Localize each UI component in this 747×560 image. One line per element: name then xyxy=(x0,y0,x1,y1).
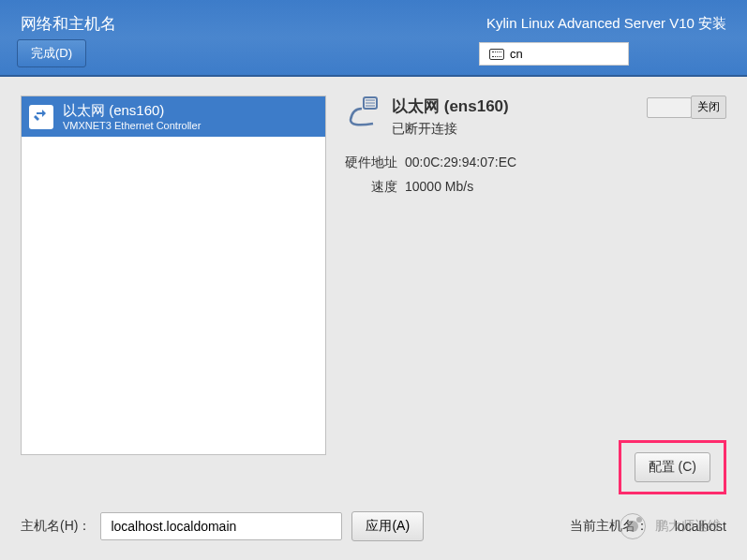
page-title: 网络和主机名 xyxy=(21,13,116,35)
interface-item-text: 以太网 (ens160) VMXNET3 Ethernet Controller xyxy=(63,102,201,131)
interface-detail: 以太网 (ens160) 已断开连接 关闭 硬件地址 00:0C:29:94:0… xyxy=(343,96,726,494)
prop-row-speed: 速度 10000 Mb/s xyxy=(343,179,726,196)
interface-item-name: 以太网 (ens160) xyxy=(63,102,201,120)
detail-status: 已断开连接 xyxy=(392,121,635,138)
ethernet-icon xyxy=(29,105,53,129)
speed-label: 速度 xyxy=(343,179,397,196)
keyboard-layout-label: cn xyxy=(510,47,523,61)
toggle-off-label: 关闭 xyxy=(691,96,726,119)
detail-properties: 硬件地址 00:0C:29:94:07:EC 速度 10000 Mb/s xyxy=(343,155,726,196)
installer-title: Kylin Linux Advanced Server V10 安装 xyxy=(486,15,726,33)
header-bar: 网络和主机名 Kylin Linux Advanced Server V10 安… xyxy=(0,0,747,77)
keyboard-icon xyxy=(489,49,504,60)
wechat-icon xyxy=(620,513,646,539)
hw-address-label: 硬件地址 xyxy=(343,155,397,171)
hw-address-value: 00:0C:29:94:07:EC xyxy=(405,155,516,171)
config-button-highlight: 配置 (C) xyxy=(619,440,726,494)
interface-list[interactable]: 以太网 (ens160) VMXNET3 Ethernet Controller xyxy=(21,96,326,455)
detail-title: 以太网 (ens160) xyxy=(392,96,635,117)
plug-icon xyxy=(34,108,49,125)
hostname-label: 主机名(H)： xyxy=(21,518,91,535)
configure-button[interactable]: 配置 (C) xyxy=(635,452,710,482)
interface-list-item[interactable]: 以太网 (ens160) VMXNET3 Ethernet Controller xyxy=(22,96,325,137)
detail-header: 以太网 (ens160) 已断开连接 关闭 xyxy=(343,96,726,138)
hostname-input[interactable] xyxy=(100,512,342,540)
watermark: 鹏大师运维 xyxy=(620,513,721,539)
toggle-track xyxy=(647,97,692,118)
detail-title-block: 以太网 (ens160) 已断开连接 xyxy=(392,96,635,138)
content-area: 以太网 (ens160) VMXNET3 Ethernet Controller… xyxy=(0,77,747,560)
ethernet-large-icon xyxy=(343,96,381,133)
apply-button[interactable]: 应用(A) xyxy=(351,511,424,541)
speed-value: 10000 Mb/s xyxy=(405,179,473,196)
done-button[interactable]: 完成(D) xyxy=(17,39,86,67)
prop-row-hw: 硬件地址 00:0C:29:94:07:EC xyxy=(343,155,726,171)
interface-item-desc: VMXNET3 Ethernet Controller xyxy=(63,120,201,131)
connection-toggle[interactable]: 关闭 xyxy=(647,96,726,119)
main-row: 以太网 (ens160) VMXNET3 Ethernet Controller… xyxy=(21,96,726,494)
watermark-text: 鹏大师运维 xyxy=(655,518,721,535)
keyboard-layout-selector[interactable]: cn xyxy=(479,42,629,66)
